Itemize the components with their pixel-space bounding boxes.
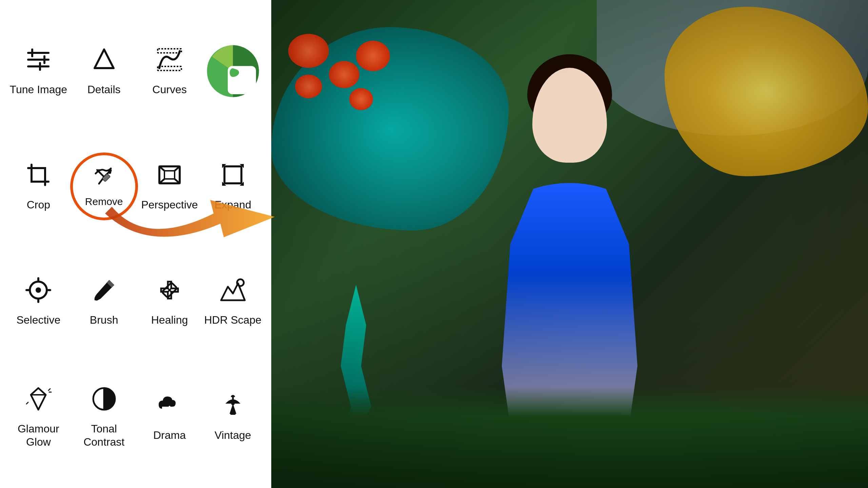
curves-label: Curves: [152, 83, 186, 96]
tune-image-icon: [25, 46, 52, 77]
tonal-contrast-label: Tonal Contrast: [70, 422, 138, 448]
crop-label: Crop: [27, 198, 50, 211]
tool-brush[interactable]: Brush: [70, 244, 138, 359]
svg-rect-12: [102, 173, 110, 182]
remove-icon: [92, 165, 116, 192]
remove-label: Remove: [85, 196, 123, 208]
selective-icon: [25, 277, 52, 307]
expand-label: Expand: [214, 198, 251, 211]
tool-tune-image[interactable]: Tune Image: [7, 14, 70, 129]
svg-rect-15: [164, 171, 175, 179]
tool-details[interactable]: Details: [70, 14, 138, 129]
tool-drama[interactable]: Drama: [138, 359, 201, 474]
tonal-contrast-icon: [91, 385, 118, 416]
expand-icon: [219, 161, 246, 192]
details-label: Details: [87, 83, 121, 96]
photo-panel: [271, 0, 868, 488]
tool-hdr-scape[interactable]: HDR Scape: [201, 244, 264, 359]
vignette-overlay: [271, 0, 868, 488]
svg-point-18: [36, 287, 41, 293]
curves-icon: [156, 46, 183, 77]
svg-point-23: [95, 297, 99, 301]
drama-label: Drama: [153, 429, 186, 442]
tool-glamour-glow[interactable]: Glamour Glow: [7, 359, 70, 474]
svg-line-29: [48, 389, 50, 390]
details-icon: [91, 46, 118, 77]
snapseed-logo-icon: [204, 42, 262, 100]
tool-healing[interactable]: Healing: [138, 244, 201, 359]
tool-perspective[interactable]: Perspective: [138, 129, 201, 244]
healing-icon: [156, 277, 183, 307]
vintage-label: Vintage: [215, 429, 251, 442]
tool-selective[interactable]: Selective: [7, 244, 70, 359]
tools-panel: Tune Image Details Curves: [0, 0, 271, 488]
perspective-icon: [156, 161, 183, 192]
tool-crop[interactable]: Crop: [7, 129, 70, 244]
glamour-glow-label: Glamour Glow: [7, 422, 70, 448]
tool-vintage[interactable]: Vintage: [201, 359, 264, 474]
vintage-icon: [219, 392, 246, 423]
tool-expand[interactable]: Expand: [201, 129, 264, 244]
snapseed-logo-area: [201, 14, 264, 129]
svg-rect-16: [224, 166, 241, 183]
tool-curves[interactable]: Curves: [138, 14, 201, 129]
tool-tonal-contrast[interactable]: Tonal Contrast: [70, 359, 138, 474]
svg-rect-7: [158, 66, 181, 70]
tool-remove[interactable]: Remove: [70, 129, 138, 244]
selective-label: Selective: [16, 313, 60, 326]
svg-rect-8: [158, 49, 181, 53]
crop-icon: [25, 161, 52, 192]
brush-label: Brush: [90, 313, 118, 326]
svg-marker-6: [95, 49, 114, 68]
perspective-label: Perspective: [141, 198, 198, 211]
tune-image-label: Tune Image: [10, 83, 67, 96]
healing-label: Healing: [151, 313, 188, 326]
remove-highlight-circle: Remove: [70, 152, 138, 220]
brush-icon: [91, 277, 118, 307]
svg-point-13: [108, 171, 111, 174]
hdr-scape-icon: [219, 277, 246, 307]
glamour-glow-icon: [25, 385, 52, 416]
drama-icon: [156, 392, 183, 423]
hdr-scape-label: HDR Scape: [204, 313, 261, 326]
photo-background: [271, 0, 868, 488]
svg-line-31: [26, 402, 28, 404]
